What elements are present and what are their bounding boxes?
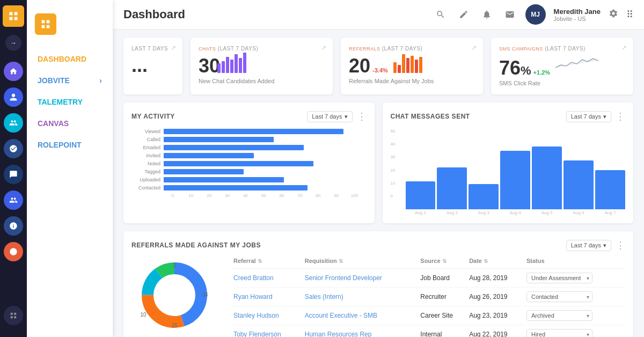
axis-label: 0 <box>164 193 182 198</box>
x-axis-label: Aug 3 <box>469 210 499 215</box>
sidebar-icon-person[interactable] <box>4 87 23 107</box>
x-axis-label: Aug 7 <box>595 210 625 215</box>
status-dropdown-wrapper[interactable]: Contacted New Contacted Hired Archived U… <box>526 291 592 302</box>
cell-referral: Stanley Hudson <box>233 306 305 325</box>
gear-icon[interactable] <box>609 9 618 20</box>
expand-menu-button[interactable]: → <box>5 35 21 51</box>
external-link-icon-sms[interactable]: ↗ <box>621 44 627 52</box>
svg-rect-7 <box>11 316 13 318</box>
search-icon[interactable] <box>433 7 448 22</box>
bell-icon[interactable] <box>479 7 494 22</box>
referrals-controls: Last 7 days ▾ ⋮ <box>566 239 625 251</box>
activity-bar <box>164 145 304 150</box>
menu-item-rolepoint[interactable]: ROLEPOINT <box>27 134 113 156</box>
activity-bar <box>164 137 274 142</box>
status-select[interactable]: Contacted New Contacted Hired Archived U… <box>526 291 592 302</box>
cell-source: Career Site <box>420 306 469 325</box>
axis-label: 10 <box>182 193 200 198</box>
activity-bar-container <box>164 161 364 166</box>
activity-label: Invited <box>134 153 164 158</box>
y-axis-label: 0 <box>391 194 396 199</box>
more-options-activity[interactable]: ⋮ <box>357 111 367 122</box>
sidebar-icon-group[interactable] <box>4 113 23 133</box>
cell-status: Under Assessment New Contacted Hired Arc… <box>526 269 625 288</box>
activity-bar <box>164 169 244 174</box>
svg-rect-8 <box>14 316 16 318</box>
activity-bar-container <box>164 169 364 174</box>
requisition-link[interactable]: Human Resources Rep <box>305 331 372 337</box>
sidebar-icon-info[interactable] <box>4 216 23 236</box>
y-axis-label: 10 <box>391 181 396 186</box>
requisition-link[interactable]: Account Executive - SMB <box>305 312 377 319</box>
menu-item-canvas[interactable]: CANVAS <box>27 113 113 134</box>
col-date[interactable]: Date ⇅ <box>469 258 526 269</box>
col-source[interactable]: Source ⇅ <box>420 258 469 269</box>
sidebar-icon-network[interactable] <box>4 191 23 210</box>
status-select[interactable]: Hired New Contacted Hired Archived Under… <box>526 329 592 337</box>
status-dropdown-wrapper[interactable]: Archived New Contacted Hired Archived Un… <box>526 310 592 321</box>
status-select[interactable]: Archived New Contacted Hired Archived Un… <box>526 310 592 321</box>
col-referral[interactable]: Referral ⇅ <box>233 258 305 269</box>
sidebar-icon-settings[interactable] <box>4 139 23 158</box>
horizontal-bar-chart: Viewed Called Emailed Invited Noted Tagg… <box>131 129 367 198</box>
logo-button[interactable] <box>3 5 24 27</box>
donut-chart: 2 34 15 10 <box>131 258 217 333</box>
vert-bar <box>532 146 562 209</box>
status-dropdown-wrapper[interactable]: Under Assessment New Contacted Hired Arc… <box>526 273 592 283</box>
activity-bar-container <box>164 153 364 158</box>
avatar[interactable]: MJ <box>525 4 546 25</box>
activity-label: Contacted <box>134 185 164 191</box>
chart-header-activity: MY ACTIVITY Last 7 days ▾ ⋮ <box>131 111 367 122</box>
grid-dots-icon[interactable]: ⠿ <box>626 9 633 20</box>
user-subtitle: Jobvite - US <box>554 16 601 22</box>
activity-label: Tagged <box>134 169 164 174</box>
vert-bar-wrap <box>532 146 562 209</box>
x-axis-labels: Aug 1Aug 2Aug 3Aug 4Aug 5Aug 6Aug 7 <box>391 210 626 215</box>
vert-bar <box>500 151 530 209</box>
status-dropdown-wrapper[interactable]: Hired New Contacted Hired Archived Under… <box>526 329 592 337</box>
referral-link[interactable]: Stanley Hudson <box>233 312 279 319</box>
vert-bar-wrap <box>406 181 436 209</box>
sidebar-icon-home[interactable] <box>4 62 23 81</box>
y-axis-label: 20 <box>391 168 396 173</box>
time-selector-chat[interactable]: Last 7 days ▾ <box>566 111 611 122</box>
referral-link[interactable]: Ryan Howard <box>233 293 273 301</box>
svg-rect-9 <box>42 20 45 24</box>
external-link-icon-chats[interactable]: ↗ <box>321 44 326 52</box>
status-select[interactable]: Under Assessment New Contacted Hired Arc… <box>526 273 592 283</box>
table-row: Creed Bratton Senior Frontend Developer … <box>233 269 625 288</box>
svg-rect-11 <box>42 25 45 28</box>
menu-item-dashboard[interactable]: DASHBOARD <box>27 48 113 70</box>
activity-bar-container <box>164 185 364 191</box>
vert-bar <box>564 160 594 209</box>
time-selector-referrals[interactable]: Last 7 days ▾ <box>566 240 611 251</box>
menu-item-talemetry[interactable]: TALEMETRY <box>27 91 113 113</box>
external-link-icon[interactable]: ↗ <box>171 44 176 52</box>
more-options-chat[interactable]: ⋮ <box>616 111 625 122</box>
cell-requisition: Account Executive - SMB <box>305 306 421 325</box>
referral-link[interactable]: Creed Bratton <box>233 274 274 282</box>
menu-item-jobvite[interactable]: JOBVITE › <box>27 70 113 91</box>
chart-title-activity: MY ACTIVITY <box>131 113 175 120</box>
activity-row: Invited <box>134 153 364 158</box>
vert-bar <box>595 170 625 209</box>
mail-icon[interactable] <box>502 7 517 22</box>
time-selector-activity[interactable]: Last 7 days ▾ <box>307 111 352 122</box>
more-options-referrals[interactable]: ⋮ <box>616 239 625 251</box>
requisition-link[interactable]: Sales (Intern) <box>305 293 343 301</box>
col-requisition[interactable]: Requisition ⇅ <box>305 258 421 269</box>
chat-messages-chart: CHAT MESSAGES SENT Last 7 days ▾ ⋮ 50403… <box>383 102 634 223</box>
referral-link[interactable]: Toby Flenderson <box>233 331 281 337</box>
sidebar-icon-chat[interactable] <box>4 165 23 184</box>
external-link-icon-referrals[interactable]: ↗ <box>471 44 477 52</box>
activity-label: Noted <box>134 161 164 166</box>
svg-rect-0 <box>10 12 13 16</box>
requisition-link[interactable]: Senior Frontend Developer <box>305 274 382 282</box>
svg-text:34: 34 <box>202 292 208 298</box>
pencil-icon[interactable] <box>456 7 471 22</box>
stats-row: last 7 days ... ↗ ↗ CHATS (last 7 days) … <box>123 38 633 94</box>
page-title: Dashboard <box>123 8 185 21</box>
sidebar-icon-grid[interactable] <box>4 306 23 325</box>
sidebar-icon-alert[interactable] <box>4 242 23 261</box>
svg-point-17 <box>158 279 191 311</box>
